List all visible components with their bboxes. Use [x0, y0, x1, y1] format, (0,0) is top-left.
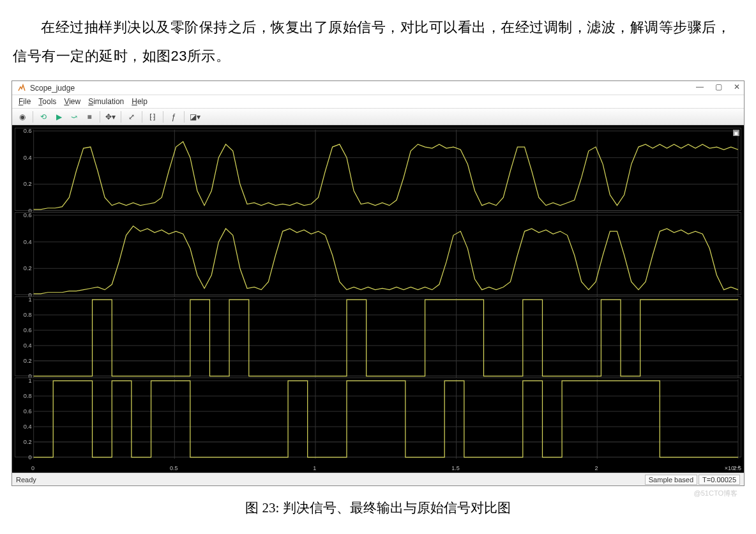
- titlebar: Scope_judge — ▢ ✕: [12, 81, 744, 95]
- cursor-icon[interactable]: ⤢: [125, 111, 138, 123]
- svg-text:0.6: 0.6: [24, 327, 32, 333]
- subplot-1[interactable]: ▣ 00.20.40.6: [15, 128, 741, 211]
- matlab-logo-icon: [17, 84, 26, 93]
- maximize-axes-icon[interactable]: ▣: [733, 130, 739, 136]
- svg-text:1: 1: [28, 297, 31, 303]
- subplot-2[interactable]: 00.20.40.6: [15, 212, 741, 295]
- svg-text:0.8: 0.8: [24, 312, 32, 318]
- svg-text:0: 0: [28, 454, 31, 460]
- status-time: T=0.00025: [699, 475, 740, 485]
- step-fwd-icon[interactable]: ⤻: [68, 111, 80, 123]
- svg-text:0.2: 0.2: [24, 439, 32, 445]
- svg-text:0.4: 0.4: [24, 239, 32, 245]
- autoscale-icon[interactable]: ⁅⁆: [146, 111, 159, 123]
- toolbar: ◉ ⟲ ▶ ⤻ ■ ✥▾ ⤢ ⁅⁆ ƒ ◪▾: [12, 109, 744, 125]
- svg-text:1: 1: [28, 378, 31, 384]
- svg-text:0.6: 0.6: [24, 213, 32, 218]
- svg-text:0.8: 0.8: [24, 393, 32, 399]
- status-mode: Sample based: [645, 475, 697, 485]
- x-axis-exponent: ×10⁻⁴: [725, 465, 740, 471]
- window-title: Scope_judge: [30, 84, 75, 93]
- minimize-icon[interactable]: —: [696, 82, 704, 91]
- step-back-icon[interactable]: ⟲: [37, 111, 50, 123]
- svg-text:0.2: 0.2: [24, 181, 32, 188]
- close-icon[interactable]: ✕: [734, 82, 740, 91]
- svg-text:0.6: 0.6: [24, 128, 32, 134]
- subplot-4[interactable]: 00.20.40.60.81: [15, 378, 741, 457]
- svg-text:0.2: 0.2: [24, 358, 32, 364]
- watermark: @51CTO博客: [694, 489, 737, 498]
- svg-text:0.6: 0.6: [24, 408, 32, 415]
- menu-help[interactable]: Help: [132, 97, 147, 106]
- scope-window: Scope_judge — ▢ ✕ File Tools View Simula…: [11, 80, 745, 486]
- svg-text:0.4: 0.4: [24, 155, 32, 161]
- svg-text:0.4: 0.4: [24, 342, 32, 349]
- measurements-icon[interactable]: ◪▾: [188, 111, 201, 123]
- menu-simulation[interactable]: Simulation: [88, 97, 124, 106]
- menu-tools[interactable]: Tools: [38, 97, 56, 106]
- run-icon[interactable]: ▶: [52, 111, 65, 123]
- triggers-icon[interactable]: ƒ: [167, 111, 180, 123]
- svg-text:0.2: 0.2: [24, 266, 32, 272]
- subplot-3[interactable]: 00.20.40.60.81: [15, 296, 741, 376]
- statusbar: Ready Sample based T=0.00025: [12, 473, 744, 485]
- stop-icon[interactable]: ■: [83, 111, 96, 123]
- maximize-icon[interactable]: ▢: [715, 82, 722, 91]
- zoom-mode-icon[interactable]: ✥▾: [104, 111, 117, 123]
- body-paragraph: 在经过抽样判决以及零阶保持之后，恢复出了原始信号，对比可以看出，在经过调制，滤波…: [0, 0, 756, 75]
- figure-caption: 图 23: 判决信号、最终输出与原始信号对比图: [0, 486, 756, 523]
- x-axis-ticks: 00.511.522.5: [31, 465, 741, 471]
- plot-area: ▣ 00.20.40.6 00.20.40.6 00.20.40.60.81 0…: [12, 125, 744, 473]
- menubar: File Tools View Simulation Help: [12, 95, 744, 109]
- status-left: Ready: [16, 476, 36, 484]
- menu-view[interactable]: View: [64, 97, 80, 106]
- settings-icon[interactable]: ◉: [16, 111, 29, 123]
- menu-file[interactable]: File: [19, 97, 31, 106]
- svg-text:0.4: 0.4: [24, 423, 32, 430]
